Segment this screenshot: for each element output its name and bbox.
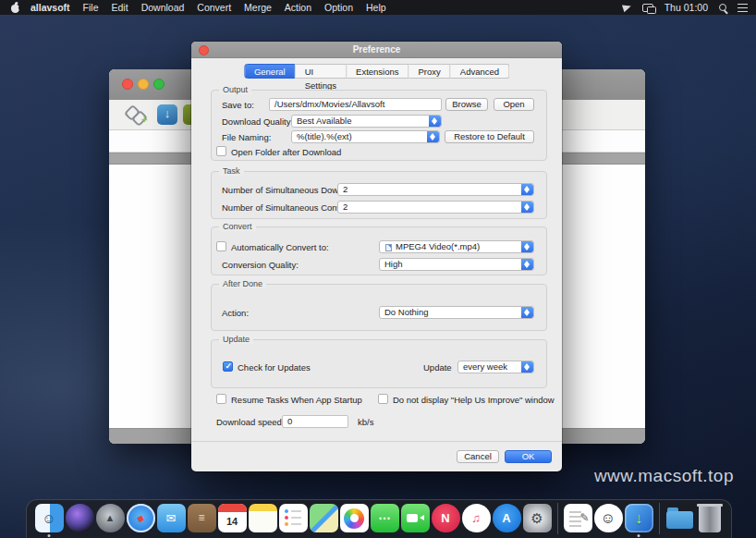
dock-icon-system-preferences[interactable]: ⚙ xyxy=(523,504,552,532)
open-button[interactable]: Open xyxy=(494,98,534,111)
tab-general[interactable]: General xyxy=(244,64,296,79)
window-minimize-button[interactable] xyxy=(138,79,149,90)
file-naming-stepper-icon[interactable] xyxy=(427,131,439,142)
dock-separator xyxy=(557,503,558,534)
dialog-title: Preference xyxy=(191,42,562,58)
download-quality-stepper-icon[interactable] xyxy=(429,116,441,127)
download-button[interactable]: ↓ xyxy=(157,104,177,125)
auto-convert-checkbox[interactable] xyxy=(216,241,226,251)
file-naming-label: File Naming: xyxy=(222,132,271,142)
save-to-input[interactable]: /Users/dmx/Movies/Allavsoft xyxy=(269,98,442,111)
menu-item-help[interactable]: Help xyxy=(366,2,386,13)
tab-proxy[interactable]: Proxy xyxy=(409,64,451,79)
displays-icon[interactable] xyxy=(642,4,653,12)
dock-icon-downloads[interactable] xyxy=(665,504,694,532)
dock-separator xyxy=(659,503,660,534)
dock-icon-finder[interactable]: ☺ xyxy=(35,504,64,532)
finder-glyph: ☺ xyxy=(35,504,64,532)
menu-bar-clock[interactable]: Thu 01:00 xyxy=(665,2,708,13)
convert-group-label: Convert xyxy=(219,222,256,231)
dock-icon-reminders[interactable] xyxy=(279,504,308,532)
dock-icon-contacts[interactable]: ≡ xyxy=(188,504,216,532)
dock-icon-facetime[interactable] xyxy=(401,504,430,532)
menu-item-convert[interactable]: Convert xyxy=(197,2,231,13)
tab-extensions[interactable]: Extensions xyxy=(347,64,408,79)
update-frequency-popup[interactable]: every week xyxy=(457,361,534,373)
allavsoft-glyph: ↓ xyxy=(625,504,653,532)
dock-icon-textedit[interactable]: ✎ xyxy=(564,504,592,532)
system-preferences-glyph: ⚙ xyxy=(523,504,552,532)
cancel-button[interactable]: Cancel xyxy=(457,450,499,463)
check-updates-checkbox[interactable] xyxy=(223,361,233,372)
convert-format-stepper-icon[interactable] xyxy=(521,241,533,252)
dock-icon-siri[interactable] xyxy=(66,504,94,532)
update-frequency-stepper-icon[interactable] xyxy=(521,361,533,373)
menu-item-action[interactable]: Action xyxy=(285,2,311,13)
simultaneous-convert-stepper-icon[interactable] xyxy=(521,202,533,213)
convert-format-popup[interactable]: MPEG4 Video(*.mp4) xyxy=(379,240,534,253)
footer-separator xyxy=(191,441,562,442)
menu-item-merge[interactable]: Merge xyxy=(244,2,272,13)
apple-menu-icon[interactable] xyxy=(11,2,21,13)
restore-default-button[interactable]: Restore to Default xyxy=(445,130,534,143)
dock-icon-launchpad[interactable]: ▲ xyxy=(96,504,125,532)
conversion-quality-stepper-icon[interactable] xyxy=(521,259,533,270)
simultaneous-convert-stepper[interactable]: 2 xyxy=(337,201,534,214)
dock: ☺▲◆✉≡14…N♫A⚙✎☺↓ xyxy=(26,499,732,538)
ok-button[interactable]: OK xyxy=(505,450,552,463)
action-stepper-icon[interactable] xyxy=(521,307,533,318)
dock-icon-messages[interactable]: … xyxy=(371,504,399,532)
dock-icon-mail[interactable]: ✉ xyxy=(157,504,186,532)
file-naming-popup[interactable]: %(title).%(ext) xyxy=(291,130,440,143)
dock-icon-appstore[interactable]: A xyxy=(493,504,521,532)
send-cursor-icon[interactable] xyxy=(622,3,632,12)
action-label: Action: xyxy=(222,308,249,318)
conversion-quality-label: Conversion Quality: xyxy=(222,260,299,270)
textedit-glyph: ✎ xyxy=(564,504,592,532)
menu-item-option[interactable]: Option xyxy=(324,2,353,13)
contacts-glyph: ≡ xyxy=(188,504,216,532)
spotlight-search-icon[interactable] xyxy=(719,4,726,11)
menu-item-download[interactable]: Download xyxy=(141,2,185,13)
conversion-quality-popup[interactable]: High xyxy=(379,258,534,271)
app-menu-name[interactable]: allavsoft xyxy=(30,2,70,13)
trash-glyph xyxy=(699,504,721,532)
siri-glyph xyxy=(66,504,94,532)
after-done-group-label: After Done xyxy=(219,279,266,288)
tab-ui-settings[interactable]: UI Settings xyxy=(296,64,347,79)
window-zoom-button[interactable] xyxy=(153,79,165,90)
simultaneous-download-stepper[interactable]: 2 xyxy=(337,183,534,196)
dialog-close-button[interactable] xyxy=(199,45,209,55)
dock-icon-safari[interactable]: ◆ xyxy=(127,504,155,532)
notification-center-icon[interactable] xyxy=(738,4,748,12)
menu-item-edit[interactable]: Edit xyxy=(112,2,128,13)
messages-glyph: … xyxy=(371,504,399,532)
window-close-button[interactable] xyxy=(122,79,133,90)
downloads-glyph xyxy=(665,504,694,532)
notes-glyph xyxy=(249,504,277,532)
running-indicator xyxy=(638,534,640,537)
dock-icon-smiley[interactable]: ☺ xyxy=(594,504,623,532)
dock-icon-notes[interactable] xyxy=(249,504,277,532)
browse-button[interactable]: Browse xyxy=(445,98,488,111)
smiley-glyph: ☺ xyxy=(594,504,623,532)
dock-icon-trash[interactable] xyxy=(699,504,721,532)
menu-item-file[interactable]: File xyxy=(83,2,99,13)
tab-advanced[interactable]: Advanced xyxy=(451,64,509,79)
dock-icon-allavsoft[interactable]: ↓ xyxy=(625,504,653,532)
download-speed-input[interactable]: 0 xyxy=(282,415,348,428)
download-quality-value: Best Available xyxy=(297,116,352,126)
help-improve-checkbox[interactable] xyxy=(378,394,388,404)
dock-icon-photos[interactable] xyxy=(340,504,369,532)
dock-icon-news[interactable]: N xyxy=(432,504,460,532)
dock-icon-itunes[interactable]: ♫ xyxy=(462,504,491,532)
dock-icon-maps[interactable] xyxy=(310,504,338,532)
conversion-quality-value: High xyxy=(384,259,403,269)
open-folder-checkbox[interactable] xyxy=(216,146,226,156)
dock-icon-calendar[interactable]: 14 xyxy=(218,504,247,532)
resume-tasks-checkbox[interactable] xyxy=(216,394,226,404)
output-group-label: Output xyxy=(219,85,251,94)
action-popup[interactable]: Do Nothing xyxy=(379,306,534,319)
simultaneous-download-stepper-icon[interactable] xyxy=(521,184,533,195)
download-quality-popup[interactable]: Best Available xyxy=(291,115,442,128)
